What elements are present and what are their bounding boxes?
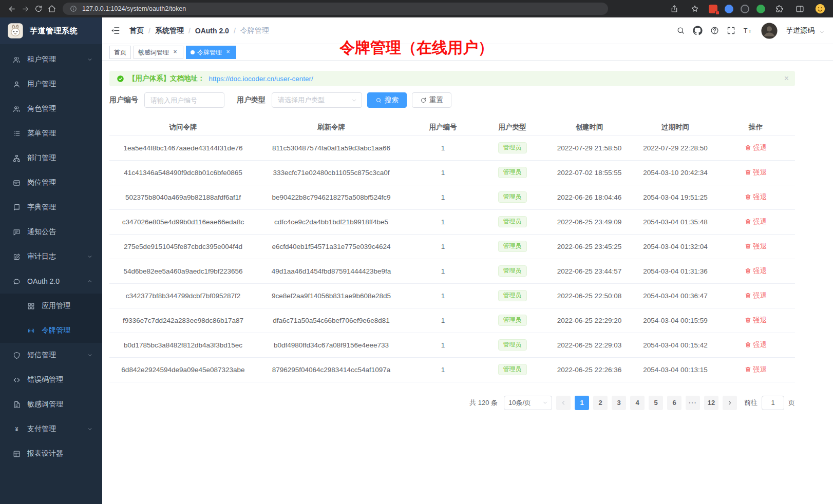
page-button-4[interactable]: 4: [630, 396, 645, 410]
sidebar-item-label: 令牌管理: [42, 326, 93, 335]
force-logout-button[interactable]: 强退: [745, 242, 767, 251]
table-row: 6d842e2924594de9a09e45e087323abe8796295f…: [109, 357, 795, 382]
user-type-select[interactable]: 请选择用户类型: [272, 92, 362, 108]
browser-profile-avatar[interactable]: [813, 2, 827, 15]
sidebar-item-oauth2-app[interactable]: 应用管理: [0, 294, 102, 318]
sidebar-item-label: 租户管理: [27, 55, 80, 64]
help-icon[interactable]: [710, 26, 719, 35]
browser-home-icon[interactable]: [45, 2, 59, 15]
extension-icon[interactable]: [741, 5, 749, 13]
extension-icon[interactable]: [756, 5, 765, 13]
expire-time-cell: 2054-03-04 00:15:42: [634, 333, 716, 357]
browser-back-icon[interactable]: [5, 2, 18, 15]
page-button-5[interactable]: 5: [649, 396, 663, 410]
sidebar-item-report[interactable]: 报表设计器: [0, 441, 102, 466]
breadcrumb-item[interactable]: 首页: [129, 26, 144, 35]
fullscreen-icon[interactable]: [727, 26, 735, 35]
page-button-3[interactable]: 3: [612, 396, 626, 410]
search-icon: [375, 97, 382, 104]
sidebar-item-error-code[interactable]: 错误码管理: [0, 367, 102, 392]
page-button-12[interactable]: 12: [704, 396, 718, 410]
sidebar-item-sensitive-word[interactable]: 敏感词管理: [0, 392, 102, 417]
force-logout-button[interactable]: 强退: [745, 143, 767, 152]
tab-sensitive-word[interactable]: 敏感词管理×: [134, 46, 183, 59]
force-logout-button[interactable]: 强退: [745, 340, 767, 350]
share-icon[interactable]: [668, 2, 681, 15]
page-button-6[interactable]: 6: [667, 396, 681, 410]
breadcrumb-item[interactable]: OAuth 2.0: [195, 27, 229, 35]
alert-close-icon[interactable]: ×: [784, 74, 789, 83]
user-avatar[interactable]: [761, 22, 778, 40]
user-id-input[interactable]: [144, 92, 224, 108]
refresh-token-cell: e6cfd40eb1f54571a31e775e039c4624: [257, 234, 406, 259]
browser-forward-icon[interactable]: [18, 2, 32, 15]
alert-text: 【用户体系】文档地址：: [128, 74, 205, 83]
extension-icon[interactable]: [709, 5, 717, 13]
page-size-select[interactable]: 10条/页: [504, 396, 552, 410]
sidebar-toggle-icon[interactable]: [110, 26, 120, 35]
sidebar: 芋道管理系统 租户管理用户管理角色管理菜单管理部门管理岗位管理字典管理通知公告审…: [0, 17, 102, 504]
svg-text:T: T: [744, 27, 748, 34]
doc-alert: 【用户体系】文档地址： https://doc.iocoder.cn/user-…: [109, 71, 795, 86]
sidebar-item-label: 用户管理: [27, 80, 93, 89]
tab-close-icon[interactable]: ×: [172, 49, 179, 56]
side-panel-icon[interactable]: [793, 2, 806, 15]
user-type-badge: 管理员: [498, 216, 527, 228]
tags-view-bar: 首页敏感词管理×令牌管理×: [102, 44, 833, 61]
expire-time-cell: 2054-03-04 00:36:47: [634, 283, 716, 308]
next-page-button[interactable]: [723, 396, 737, 410]
user-type-label: 用户类型: [237, 95, 266, 105]
refresh-token-cell: 8796295f04064c2983414cc54af1097a: [257, 357, 406, 382]
sidebar-item-post[interactable]: 岗位管理: [0, 170, 102, 195]
doc-link[interactable]: https://doc.iocoder.cn/user-center/: [209, 75, 313, 83]
breadcrumb-item[interactable]: 系统管理: [155, 26, 184, 35]
force-logout-button[interactable]: 强退: [745, 291, 767, 300]
tab-close-icon[interactable]: ×: [224, 49, 232, 56]
font-size-icon[interactable]: TT: [743, 26, 753, 35]
sidebar-item-notice[interactable]: 通知公告: [0, 220, 102, 244]
extension-icon[interactable]: [725, 5, 733, 13]
sidebar-item-tenant[interactable]: 租户管理: [0, 47, 102, 72]
users-icon: [12, 56, 21, 64]
pager-ellipsis[interactable]: ···: [686, 396, 700, 410]
app-logo[interactable]: 芋道管理系统: [0, 17, 102, 44]
page-button-1[interactable]: 1: [575, 396, 589, 410]
table-row: c347026e805e4d99b0d116eae66eda8ccdfc4ce9…: [109, 209, 795, 234]
force-logout-button[interactable]: 强退: [745, 266, 767, 276]
bookmark-star-icon[interactable]: [688, 2, 702, 15]
goto-page-input[interactable]: [762, 396, 784, 410]
sidebar-item-role[interactable]: 角色管理: [0, 96, 102, 121]
prev-page-button[interactable]: [556, 396, 571, 410]
search-icon[interactable]: [676, 26, 685, 35]
page-size-value: 10条/页: [508, 398, 531, 408]
force-logout-button[interactable]: 强退: [745, 168, 767, 177]
url-bar[interactable]: 127.0.0.1:1024/system/oauth2/token: [63, 3, 608, 15]
force-logout-button[interactable]: 强退: [745, 217, 767, 226]
expire-time-cell: 2054-03-04 00:13:15: [634, 357, 716, 382]
sidebar-item-dict[interactable]: 字典管理: [0, 195, 102, 220]
page-button-2[interactable]: 2: [593, 396, 608, 410]
github-icon[interactable]: [693, 26, 703, 35]
sidebar-item-menu[interactable]: 菜单管理: [0, 121, 102, 146]
force-logout-button[interactable]: 强退: [745, 316, 767, 325]
sidebar-item-audit-log[interactable]: 审计日志: [0, 244, 102, 269]
tab-home[interactable]: 首页: [109, 46, 131, 59]
browser-refresh-icon[interactable]: [32, 2, 45, 15]
force-logout-button[interactable]: 强退: [745, 365, 767, 374]
sidebar-item-oauth2[interactable]: OAuth 2.0: [0, 269, 102, 294]
tab-oauth2-token[interactable]: 令牌管理×: [186, 46, 236, 59]
sidebar-item-user[interactable]: 用户管理: [0, 72, 102, 96]
force-logout-button[interactable]: 强退: [745, 192, 767, 202]
extensions-puzzle-icon[interactable]: [772, 2, 786, 15]
search-button[interactable]: 搜索: [367, 92, 407, 108]
chevron-down-icon: [87, 254, 93, 260]
sidebar-item-oauth2-token[interactable]: 令牌管理: [0, 318, 102, 343]
sidebar-item-pay[interactable]: ¥支付管理: [0, 417, 102, 441]
reset-button[interactable]: 重置: [412, 92, 451, 108]
site-info-icon[interactable]: [69, 4, 78, 13]
sidebar-item-dept[interactable]: 部门管理: [0, 146, 102, 170]
access-token-cell: 54d6be82ee5a460a9aedc1f9bf223656: [109, 259, 257, 283]
chevron-down-icon[interactable]: [819, 29, 825, 35]
username[interactable]: 芋道源码: [786, 26, 815, 35]
sidebar-item-sms[interactable]: 短信管理: [0, 343, 102, 367]
